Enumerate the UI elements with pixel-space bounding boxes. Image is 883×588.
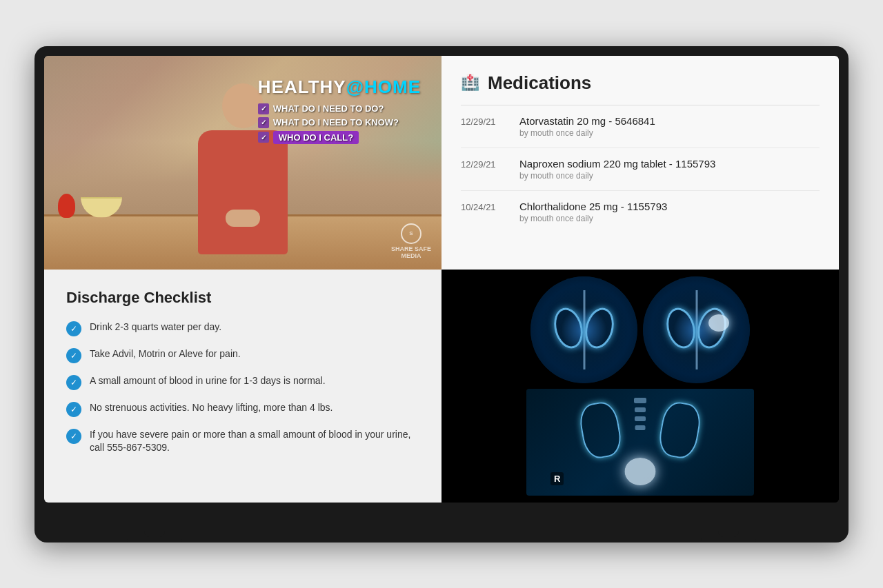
xray-kidney-right	[656, 399, 703, 460]
food-items	[58, 194, 122, 218]
video-overlay: HEALTHY@HOME ✓ WHAT DO I NEED TO DO? ✓ W…	[258, 77, 421, 147]
discharge-text-2: Take Advil, Motrin or Aleve for pain.	[90, 347, 241, 361]
medications-quadrant: 🏥 Medications 12/29/21 Atorvastatin 20 m…	[442, 56, 839, 270]
video-item-2: ✓ WHAT DO I NEED TO KNOW?	[258, 117, 421, 128]
medication-row-2: 12/29/21 Naproxen sodium 220 mg tablet -…	[461, 158, 820, 181]
discharge-text-3: A small amount of blood in urine for 1-3…	[90, 374, 326, 388]
discharge-check-3: ✓	[66, 375, 81, 390]
xray-circle-inner-right	[643, 276, 750, 383]
video-item-3: ✓ WHO DO I CALL?	[258, 131, 421, 144]
video-quadrant: HEALTHY@HOME ✓ WHAT DO I NEED TO DO? ✓ W…	[44, 56, 442, 270]
xray-quadrant: R	[442, 270, 839, 503]
xray-bottom-row: R	[448, 389, 832, 496]
discharge-item-1: ✓ Drink 2-3 quarts water per day.	[66, 321, 419, 336]
kidney-left-2	[662, 304, 700, 351]
med-dosage-3: by mouth once daily	[519, 214, 820, 223]
discharge-item-2: ✓ Take Advil, Motrin or Aleve for pain.	[66, 347, 419, 363]
discharge-check-4: ✓	[66, 402, 81, 417]
discharge-item-4: ✓ No strenuous activities. No heavy lift…	[66, 401, 419, 417]
check-icon-2: ✓	[258, 117, 269, 128]
medication-item-3: 10/24/21 Chlorthalidone 25 mg - 1155793 …	[461, 191, 820, 233]
pepper	[58, 194, 75, 218]
video-background: HEALTHY@HOME ✓ WHAT DO I NEED TO DO? ✓ W…	[44, 56, 442, 270]
tv-stand	[44, 503, 839, 543]
discharge-item-3: ✓ A small amount of blood in urine for 1…	[66, 374, 419, 390]
xray-circle-inner-left	[530, 276, 637, 383]
medication-row-3: 10/24/21 Chlorthalidone 25 mg - 1155793 …	[461, 201, 820, 223]
person-hands	[226, 210, 260, 227]
who-do-i-call: WHO DO I CALL?	[273, 131, 359, 144]
healthy-text: HEALTHY	[258, 77, 346, 97]
xray-top-row	[448, 276, 832, 383]
med-date-2: 12/29/21	[461, 158, 506, 170]
discharge-item-5: ✓ If you have severe pain or more than a…	[66, 428, 419, 455]
discharge-check-1: ✓	[66, 321, 81, 336]
discharge-text-4: No strenuous activities. No heavy liftin…	[90, 401, 333, 415]
watermark-line2: MEDIA	[391, 252, 431, 259]
medications-icon: 🏥	[461, 74, 479, 92]
med-info-2: Naproxen sodium 220 mg tablet - 1155793 …	[519, 158, 820, 181]
xray-circle-right	[643, 276, 750, 383]
bowl	[81, 197, 122, 218]
xray-bladder	[625, 458, 656, 485]
medication-row-1: 12/29/21 Atorvastatin 20 mg - 5646841 by…	[461, 115, 820, 138]
xray-kidney-left	[577, 399, 624, 460]
healthy-home-title: HEALTHY@HOME	[258, 77, 421, 98]
stand-leg-right	[701, 503, 756, 543]
xray-bright-spot	[708, 314, 729, 332]
discharge-check-2: ✓	[66, 348, 81, 363]
stand-foot-left	[127, 537, 182, 543]
check-icon-3: ✓	[258, 132, 269, 143]
kidney-right-1	[581, 304, 618, 351]
stand-leg-right-post	[718, 503, 739, 537]
med-name-3: Chlorthalidone 25 mg - 1155793	[519, 201, 820, 212]
med-info-3: Chlorthalidone 25 mg - 1155793 by mouth …	[519, 201, 820, 223]
med-name-1: Atorvastatin 20 mg - 5646841	[519, 115, 820, 127]
stand-leg-left-post	[144, 503, 165, 537]
at-home-text: @HOME	[346, 77, 421, 97]
person-body	[198, 130, 288, 254]
video-item-1: ✓ WHAT DO I NEED TO DO?	[258, 103, 421, 114]
sharesafe-watermark: S SHARE SAFE MEDIA	[391, 223, 431, 259]
sharesafe-circle: S	[401, 223, 421, 244]
tv-screen: HEALTHY@HOME ✓ WHAT DO I NEED TO DO? ✓ W…	[44, 56, 839, 503]
med-dosage-1: by mouth once daily	[519, 128, 820, 138]
med-name-2: Naproxen sodium 220 mg tablet - 1155793	[519, 158, 820, 170]
med-date-1: 12/29/21	[461, 115, 506, 127]
check-icon-1: ✓	[258, 103, 269, 114]
xray-circle-left	[530, 276, 637, 383]
medication-item-1: 12/29/21 Atorvastatin 20 mg - 5646841 by…	[461, 105, 820, 148]
med-date-3: 10/24/21	[461, 201, 506, 212]
xray-rect: R	[526, 389, 754, 496]
medications-header: 🏥 Medications	[461, 72, 820, 94]
discharge-text-1: Drink 2-3 quarts water per day.	[90, 321, 221, 334]
medications-title: Medications	[488, 72, 591, 94]
med-info-1: Atorvastatin 20 mg - 5646841 by mouth on…	[519, 115, 820, 138]
stand-foot-right	[701, 537, 756, 543]
medication-item-2: 12/29/21 Naproxen sodium 220 mg tablet -…	[461, 148, 820, 191]
med-dosage-2: by mouth once daily	[519, 171, 820, 181]
stand-leg-left	[127, 503, 182, 543]
discharge-check-5: ✓	[66, 429, 81, 444]
r-marker: R	[550, 472, 564, 485]
discharge-text-5: If you have severe pain or more than a s…	[90, 428, 419, 455]
checklist-title: Discharge Checklist	[66, 289, 419, 307]
watermark-line1: SHARE SAFE	[391, 245, 431, 252]
tv-frame: HEALTHY@HOME ✓ WHAT DO I NEED TO DO? ✓ W…	[34, 46, 849, 543]
kidney-left-1	[550, 304, 587, 351]
checklist-quadrant: Discharge Checklist ✓ Drink 2-3 quarts w…	[44, 270, 442, 503]
